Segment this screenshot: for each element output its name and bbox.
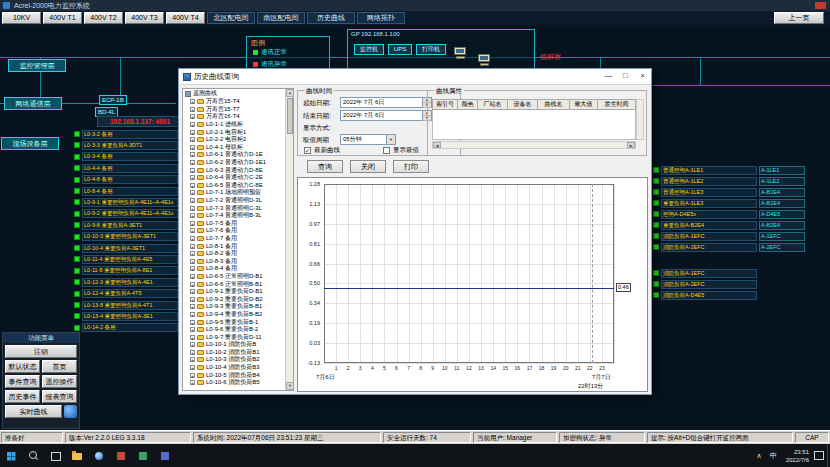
expander-icon[interactable]: + (190, 137, 195, 142)
expander-icon[interactable]: + (190, 183, 195, 188)
column-header-曲线名[interactable]: 曲线名 (538, 99, 570, 110)
menu-button-遥控操作[interactable]: 遥控操作 (42, 375, 77, 388)
chevron-down-icon[interactable]: ▼ (386, 135, 395, 144)
menu-button-事件查询[interactable]: 事件查询 (5, 375, 40, 388)
expander-icon[interactable]: + (190, 130, 195, 135)
tab-南区配电间[interactable]: 南区配电间 (257, 12, 305, 24)
menu-button-报表查询[interactable]: 报表查询 (42, 390, 77, 403)
menu-button-首页[interactable]: 首页 (42, 360, 77, 373)
scroll-right-icon[interactable]: ▶ (627, 142, 635, 148)
logout-button[interactable]: 注销 (5, 345, 77, 358)
column-header-设备名[interactable]: 设备名 (508, 99, 538, 110)
search-icon[interactable] (22, 444, 44, 467)
query-button[interactable]: 查询 (307, 160, 343, 173)
tree-item[interactable]: +L0-7-4 普通照明B-3L (183, 212, 293, 220)
column-header-颜色[interactable]: 颜色 (458, 99, 478, 110)
tab-北区配电间[interactable]: 北区配电间 (207, 12, 255, 24)
expander-icon[interactable]: + (190, 320, 195, 325)
tab-网络拓扑[interactable]: 网络拓扑 (357, 12, 405, 24)
expander-icon[interactable]: + (190, 380, 195, 385)
period-select[interactable]: 05分钟 ▼ (340, 134, 396, 145)
expander-icon[interactable]: + (190, 274, 195, 279)
close-button[interactable]: × (634, 69, 651, 84)
close-action-button[interactable]: 关闭 (350, 160, 386, 173)
scrollbar-thumb[interactable] (287, 98, 293, 134)
tab-历史曲线[interactable]: 历史曲线 (307, 12, 355, 24)
app1-icon[interactable] (110, 444, 132, 467)
expander-icon[interactable]: + (190, 244, 195, 249)
app3-icon[interactable] (154, 444, 176, 467)
tab-400V T3[interactable]: 400V T3 (125, 12, 164, 24)
expander-icon[interactable]: + (190, 297, 195, 302)
minimize-button[interactable]: — (600, 69, 617, 84)
attr-table-body[interactable] (432, 110, 636, 140)
tab-400V T4[interactable]: 400V T4 (166, 12, 205, 24)
column-header-索引号[interactable]: 索引号 (432, 99, 458, 110)
show-max-checkbox[interactable]: 显示最值 (383, 146, 419, 155)
expander-icon[interactable]: + (190, 190, 195, 195)
tree-item[interactable]: +L0-8-1 备用 (183, 242, 293, 250)
scroll-down-icon[interactable]: ▼ (286, 382, 294, 390)
tray-expand-icon[interactable]: ∧ (753, 452, 766, 460)
expander-icon[interactable]: + (190, 198, 195, 203)
history-curve-chart[interactable]: 1.281.130.970.810.660.500.340.190.03-0.1… (297, 177, 648, 392)
expander-icon[interactable]: + (190, 175, 195, 180)
expander-icon[interactable]: + (190, 312, 195, 317)
expander-icon[interactable]: + (190, 304, 195, 309)
expander-icon[interactable]: + (190, 259, 195, 264)
expander-icon[interactable]: + (190, 357, 195, 362)
clock[interactable]: 23:51 2022/7/6 (781, 448, 814, 464)
expander-icon[interactable]: + (190, 122, 195, 127)
menu-button-默认状态[interactable]: 默认状态 (5, 360, 40, 373)
tab-400V T1[interactable]: 400V T1 (43, 12, 82, 24)
end-date-input[interactable]: 2022年 7月 6日 ▲▼ (340, 110, 432, 121)
column-header-发生时间[interactable]: 发生时间 (598, 99, 636, 110)
expander-icon[interactable]: + (190, 365, 195, 370)
tab-10KV[interactable]: 10KV (2, 12, 41, 24)
tree-item[interactable]: +L0-8-2 备用 (183, 250, 293, 258)
expander-icon[interactable]: + (190, 373, 195, 378)
expander-icon[interactable]: + (190, 266, 195, 271)
file-explorer-icon[interactable] (66, 444, 88, 467)
expander-icon[interactable]: + (190, 107, 195, 112)
browser-icon[interactable] (88, 444, 110, 467)
expander-icon[interactable]: + (190, 99, 195, 104)
tree-item[interactable]: +L0-10-6 消防负荷B5 (183, 379, 293, 387)
start-date-input[interactable]: 2022年 7月 6日 ▲▼ (340, 97, 432, 108)
print-button[interactable]: 打印 (393, 160, 429, 173)
language-indicator[interactable]: 中 (766, 451, 781, 461)
expander-icon[interactable]: + (190, 327, 195, 332)
expander-icon[interactable]: + (190, 114, 195, 119)
latest-curve-checkbox[interactable]: ✓ 最新曲线 (304, 146, 340, 155)
expander-icon[interactable]: + (190, 350, 195, 355)
expander-icon[interactable]: + (190, 228, 195, 233)
column-header-厂站名[interactable]: 厂站名 (478, 99, 508, 110)
realtime-curve-button[interactable]: 实时曲线 (5, 405, 62, 418)
maximize-button[interactable]: □ (617, 69, 634, 84)
task-view-icon[interactable] (44, 444, 66, 467)
scroll-up-icon[interactable]: ▲ (286, 89, 294, 97)
start-icon[interactable] (0, 444, 22, 467)
tree-item[interactable]: +L0-7-7 备用 (183, 235, 293, 243)
expander-icon[interactable]: + (190, 168, 195, 173)
dialog-title-bar[interactable]: 历史曲线查询 — □ × (179, 69, 651, 85)
tree-item[interactable]: +L0-7-5 备用 (183, 220, 293, 228)
tree-scrollbar[interactable]: ▲ ▼ (285, 89, 293, 390)
attr-vertical-scrollbar[interactable] (636, 99, 644, 140)
scroll-left-icon[interactable]: ◀ (433, 142, 441, 148)
menu-button-历史事件[interactable]: 历史事件 (5, 390, 40, 403)
checkbox-icon[interactable] (383, 147, 390, 154)
expander-icon[interactable]: + (190, 145, 195, 150)
expander-icon[interactable]: + (190, 335, 195, 340)
back-button[interactable]: 上一页 (774, 12, 824, 24)
expander-icon[interactable]: + (190, 221, 195, 226)
notification-center-icon[interactable] (814, 451, 824, 460)
checkbox-checked-icon[interactable]: ✓ (304, 147, 311, 154)
expander-icon[interactable]: + (190, 289, 195, 294)
expander-icon[interactable]: + (190, 342, 195, 347)
app2-icon[interactable] (132, 444, 154, 467)
expander-icon[interactable]: + (190, 236, 195, 241)
tree-item[interactable]: +L0-7-6 备用 (183, 227, 293, 235)
column-header-最大值[interactable]: 最大值 (570, 99, 598, 110)
tree-item[interactable]: +L0-8-3 备用 (183, 257, 293, 265)
